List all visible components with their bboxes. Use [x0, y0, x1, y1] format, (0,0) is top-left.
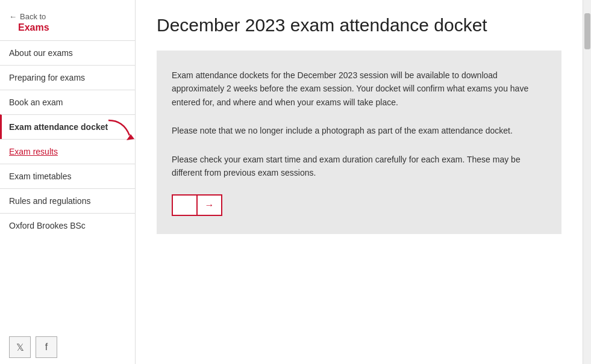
sidebar-item-attendance[interactable]: Exam attendance docket: [0, 114, 135, 139]
sidebar-item-rules[interactable]: Rules and regulations: [0, 188, 135, 213]
sidebar-item-preparing[interactable]: Preparing for exams: [0, 65, 135, 90]
exams-title[interactable]: Exams: [9, 21, 126, 39]
sidebar-footer: 𝕏 f: [0, 330, 135, 364]
back-link-wrapper: ← Back to Exams: [0, 6, 135, 40]
sidebar-item-book[interactable]: Book an exam: [0, 90, 135, 114]
paragraph-1: Exam attendance dockets for the December…: [172, 69, 546, 109]
paragraph-2: Please note that we no longer include a …: [172, 124, 546, 137]
page-title: December 2023 exam attendance docket: [157, 15, 561, 35]
sidebar-item-about[interactable]: About our exams: [0, 40, 135, 65]
back-arrow-icon: ←: [9, 12, 17, 21]
next-button[interactable]: →: [197, 194, 222, 216]
scrollbar[interactable]: [583, 0, 591, 364]
sidebar-item-timetables[interactable]: Exam timetables: [0, 164, 135, 188]
facebook-button[interactable]: f: [36, 336, 57, 358]
content-box: Exam attendance dockets for the December…: [157, 51, 561, 234]
back-link[interactable]: ← Back to: [9, 12, 126, 21]
sidebar: ← Back to Exams About our exams Preparin…: [0, 0, 136, 364]
back-label: Back to: [20, 12, 46, 21]
sidebar-item-results[interactable]: Exam results: [0, 139, 135, 164]
paragraph-3: Please check your exam start time and ex…: [172, 153, 546, 180]
prev-button[interactable]: [172, 194, 197, 216]
sidebar-item-brookes[interactable]: Oxford Brookes BSc: [0, 213, 135, 238]
scroll-thumb[interactable]: [584, 13, 590, 49]
pagination-buttons: →: [172, 194, 546, 216]
twitter-button[interactable]: 𝕏: [9, 336, 31, 358]
main-content: December 2023 exam attendance docket Exa…: [136, 0, 583, 364]
